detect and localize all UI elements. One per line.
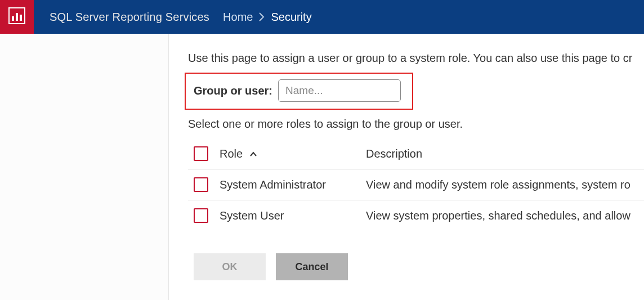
role-name: System User <box>220 209 366 222</box>
svg-rect-2 <box>16 13 18 21</box>
top-bar: SQL Server Reporting Services Home Secur… <box>0 0 644 34</box>
select-all-checkbox[interactable] <box>194 146 208 161</box>
role-checkbox[interactable] <box>194 208 208 223</box>
column-header-role[interactable]: Role <box>220 147 366 160</box>
page-intro-text: Use this page to assign a user or group … <box>188 52 644 65</box>
column-header-description: Description <box>366 147 422 160</box>
role-description: View and modify system role assignments,… <box>366 178 630 191</box>
group-or-user-section: Group or user: <box>185 73 413 110</box>
role-name: System Administrator <box>220 178 366 191</box>
svg-rect-1 <box>12 16 14 21</box>
breadcrumb: Home Security <box>223 11 312 24</box>
table-row: System User View system properties, shar… <box>188 200 644 231</box>
bar-chart-icon <box>8 7 25 26</box>
app-title: SQL Server Reporting Services <box>50 11 209 24</box>
breadcrumb-current: Security <box>271 11 311 24</box>
button-bar: OK Cancel <box>194 253 644 280</box>
left-sidebar <box>0 34 169 300</box>
ok-button[interactable]: OK <box>194 253 266 280</box>
roles-table: Role Description System Administrator Vi… <box>188 138 644 231</box>
role-checkbox[interactable] <box>194 177 208 192</box>
main-content: Use this page to assign a user or group … <box>169 34 644 300</box>
cancel-button[interactable]: Cancel <box>276 253 348 280</box>
brand-logo[interactable] <box>0 0 34 34</box>
chevron-right-icon <box>258 12 265 21</box>
sort-ascending-icon <box>249 151 257 157</box>
svg-rect-3 <box>20 15 22 21</box>
role-description: View system properties, shared schedules… <box>366 209 630 222</box>
table-row: System Administrator View and modify sys… <box>188 169 644 200</box>
table-header-row: Role Description <box>188 138 644 169</box>
select-roles-text: Select one or more roles to assign to th… <box>188 118 644 131</box>
group-or-user-input[interactable] <box>278 79 401 102</box>
group-or-user-label: Group or user: <box>194 84 272 97</box>
breadcrumb-home[interactable]: Home <box>223 11 253 24</box>
